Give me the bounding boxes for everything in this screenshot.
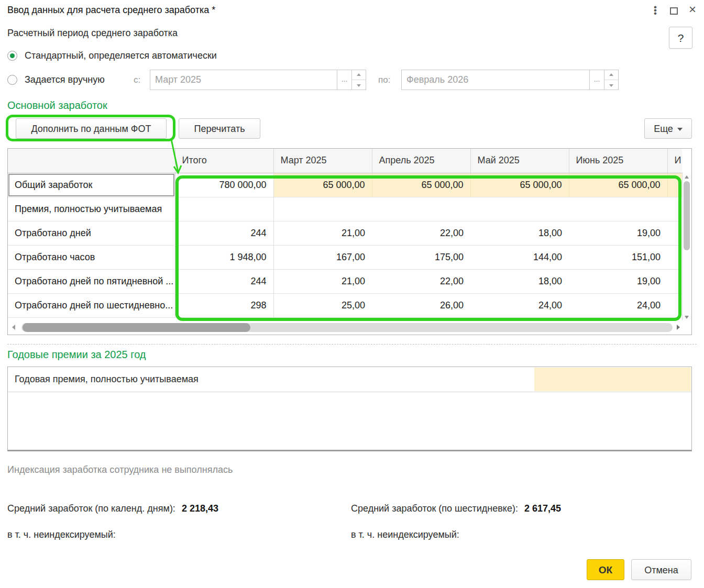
to-date-spinner[interactable] [604,70,619,90]
scroll-up-icon[interactable] [685,175,689,179]
month-value-cell[interactable]: 151,00 [569,245,667,269]
radio-row-auto: Стандартный, определяется автоматически [7,50,217,61]
month-value-cell[interactable]: 24,00 [470,293,569,317]
scroll-down-icon[interactable] [685,316,689,319]
month-value-cell[interactable]: 19,00 [569,269,667,293]
month-value-cell[interactable]: 26,00 [372,293,470,317]
from-date-spinner[interactable] [351,70,366,90]
column-header-partial: И [667,149,682,173]
table-row: Отработано дней по пятидневной ...24421,… [8,269,682,293]
from-date-input[interactable]: Март 2025 [150,70,337,90]
maximize-icon[interactable] [670,7,678,15]
column-header-month: Июнь 2025 [569,149,667,173]
month-value-cell[interactable]: 21,00 [273,221,372,245]
row-label-cell[interactable]: Отработано дней по пятидневной ... [8,269,175,293]
month-value-cell[interactable]: 175,00 [372,245,470,269]
row-label-cell[interactable]: Отработано часов [8,245,175,269]
close-icon[interactable]: × [687,2,698,17]
column-header-month: Март 2025 [273,149,372,173]
fill-from-fot-button[interactable]: Дополнить по данным ФОТ [16,118,167,139]
spin-down-icon[interactable] [604,80,618,90]
row-label-cell[interactable]: Премия, полностью учитываемая [8,197,175,221]
earnings-table: Итого Март 2025 Апрель 2025 Май 2025 Июн… [8,149,683,318]
horizontal-scroll-track[interactable] [21,323,673,332]
indexation-note: Индексация заработка сотрудника не выпол… [7,464,233,475]
from-label: с: [134,75,140,85]
month-value-cell[interactable]: 22,00 [372,269,470,293]
month-value-cell[interactable]: 65 000,00 [569,173,667,197]
earnings-table-container: Итого Март 2025 Апрель 2025 Май 2025 Июн… [7,148,692,335]
annual-premium-row-label: Годовая премия, полностью учитываемая [15,374,199,385]
partial-value-cell[interactable] [667,293,682,317]
month-value-cell[interactable]: 21,00 [273,269,372,293]
spin-down-icon[interactable] [352,80,366,90]
month-value-cell[interactable]: 25,00 [273,293,372,317]
table-row: Общий заработок780 000,0065 000,0065 000… [8,173,682,197]
month-value-cell[interactable] [273,197,372,221]
month-value-cell[interactable]: 65 000,00 [470,173,569,197]
column-header-month: Апрель 2025 [372,149,470,173]
avg-sixday-line: Средний заработок (по шестидневке):2 617… [351,503,561,514]
total-value-cell[interactable] [175,197,273,221]
vertical-scroll-thumb[interactable] [684,181,690,250]
to-label: по: [378,75,390,85]
month-value-cell[interactable]: 65 000,00 [372,173,470,197]
more-button[interactable]: Еще [644,118,692,139]
row-label-cell[interactable]: Отработано дней по шестидневно... [8,293,175,317]
avg-sixday-label: Средний заработок (по шестидневке): [351,503,518,514]
reread-button[interactable]: Перечитать [179,118,260,139]
vertical-scrollbar[interactable] [682,174,691,320]
partial-value-cell[interactable] [667,173,682,197]
non-indexed-left: в т. ч. неиндексируемый: [7,529,116,540]
row-label-cell[interactable]: Отработано дней [8,221,175,245]
radio-manual-label: Задается вручную [25,74,105,85]
column-header-empty [8,149,175,173]
window-menu-kebab-icon[interactable]: ••• [651,6,659,16]
avg-calendar-line: Средний заработок (по календ. дням):2 21… [7,503,218,514]
horizontal-scroll-thumb[interactable] [23,323,250,332]
partial-value-cell[interactable] [667,221,682,245]
annual-premium-row[interactable]: Годовая премия, полностью учитываемая [8,367,691,392]
splitter-dashed[interactable] [7,344,697,345]
annual-premium-value-cell[interactable] [534,368,691,391]
month-value-cell[interactable]: 65 000,00 [273,173,372,197]
month-value-cell[interactable] [569,197,667,221]
month-value-cell[interactable]: 144,00 [470,245,569,269]
total-value-cell[interactable]: 1 948,00 [175,245,273,269]
total-value-cell[interactable]: 244 [175,221,273,245]
spin-up-icon[interactable] [604,70,618,80]
to-date-input[interactable]: Февраль 2026 [401,70,590,90]
total-value-cell[interactable]: 298 [175,293,273,317]
annual-section-title: Годовые премии за 2025 год [7,349,146,361]
month-value-cell[interactable]: 19,00 [569,221,667,245]
radio-manual[interactable] [7,75,17,85]
month-value-cell[interactable]: 24,00 [569,293,667,317]
ok-button[interactable]: ОК [587,559,624,580]
main-section-title: Основной заработок [7,99,107,112]
radio-standard-auto-label: Стандартный, определяется автоматически [25,50,217,61]
cancel-button[interactable]: Отмена [631,559,691,580]
partial-value-cell[interactable] [667,269,682,293]
total-value-cell[interactable]: 780 000,00 [175,173,273,197]
radio-standard-auto[interactable] [7,51,17,61]
month-value-cell[interactable] [372,197,470,221]
total-value-cell[interactable]: 244 [175,269,273,293]
scroll-left-icon[interactable] [12,325,15,330]
to-date-picker-button[interactable]: ... [589,70,604,90]
month-value-cell[interactable]: 18,00 [470,269,569,293]
table-row: Отработано часов1 948,00167,00175,00144,… [8,245,682,269]
avg-calendar-label: Средний заработок (по календ. дням): [7,503,175,514]
scroll-right-icon[interactable] [677,325,680,330]
month-value-cell[interactable]: 18,00 [470,221,569,245]
month-value-cell[interactable]: 22,00 [372,221,470,245]
partial-value-cell[interactable] [667,245,682,269]
partial-value-cell[interactable] [667,197,682,221]
from-date-picker-button[interactable]: ... [337,70,352,90]
spin-up-icon[interactable] [352,70,366,80]
month-value-cell[interactable]: 167,00 [273,245,372,269]
month-value-cell[interactable] [470,197,569,221]
table-row: Отработано дней24421,0022,0018,0019,00 [8,221,682,245]
help-button[interactable]: ? [669,27,692,49]
row-label-cell[interactable]: Общий заработок [8,173,175,197]
horizontal-scrollbar[interactable] [9,322,681,333]
